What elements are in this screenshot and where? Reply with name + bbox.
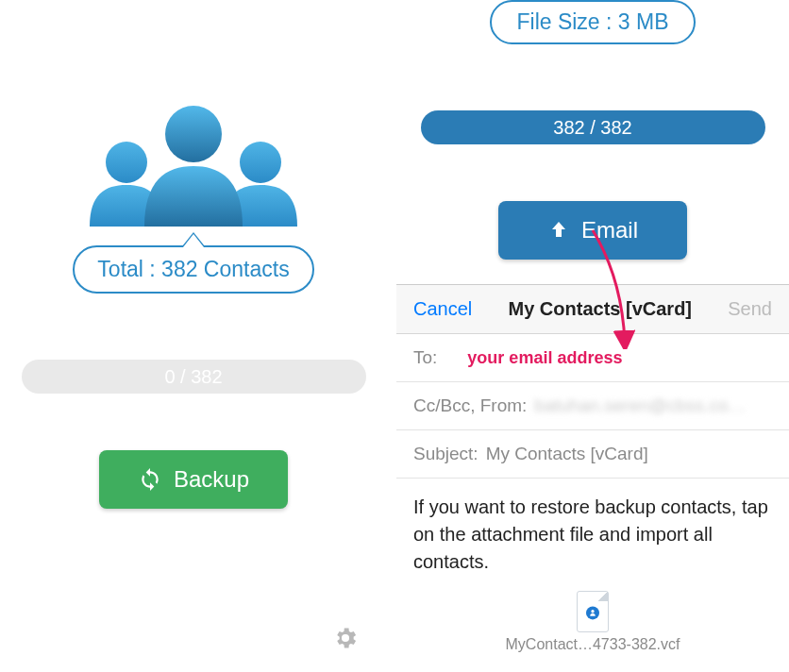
compose-sheet: Cancel My Contacts [vCard] Send To: your… <box>396 284 789 653</box>
ccbcc-label: Cc/Bcc, From: <box>413 395 527 416</box>
compose-header: Cancel My Contacts [vCard] Send <box>396 285 789 334</box>
backup-progress-text: 0 / 382 <box>164 366 222 387</box>
to-label: To: <box>413 347 437 368</box>
gear-icon <box>332 625 359 651</box>
settings-button[interactable] <box>332 625 359 655</box>
attachment-name: MyContact…4733-382.vcf <box>413 636 772 653</box>
subject-label: Subject: <box>413 444 478 464</box>
compose-body[interactable]: If you want to restore backup contacts, … <box>396 479 789 581</box>
send-button[interactable]: Send <box>728 298 772 320</box>
svg-point-2 <box>165 106 222 162</box>
svg-point-0 <box>106 142 147 183</box>
email-screen: File Size : 3 MB 382 / 382 Email Cancel … <box>396 0 789 672</box>
total-contacts-label: Total : 382 Contacts <box>73 245 313 294</box>
backup-progress-bar: 0 / 382 <box>22 360 366 394</box>
email-button-label: Email <box>581 217 638 244</box>
backup-screen: Total : 382 Contacts 0 / 382 Backup <box>0 0 387 672</box>
cancel-button[interactable]: Cancel <box>413 298 472 320</box>
ccbcc-field[interactable]: Cc/Bcc, From: batuhan.seren@cbss.co… <box>396 382 789 430</box>
refresh-icon <box>138 467 162 492</box>
subject-field[interactable]: Subject: My Contacts [vCard] <box>396 430 789 479</box>
total-contacts-badge: Total : 382 Contacts <box>0 245 387 294</box>
compose-title: My Contacts [vCard] <box>509 298 692 320</box>
export-progress-bar: 382 / 382 <box>421 110 765 144</box>
backup-button[interactable]: Backup <box>99 450 288 509</box>
upload-icon <box>547 219 570 242</box>
person-center-icon <box>143 100 244 227</box>
svg-point-1 <box>240 142 281 183</box>
subject-value: My Contacts [vCard] <box>486 444 648 464</box>
file-size-badge: File Size : 3 MB <box>490 0 695 44</box>
to-field[interactable]: To: your email address <box>396 334 789 382</box>
to-annotation: your email address <box>467 348 622 368</box>
contacts-group-icon <box>80 94 307 227</box>
ccbcc-value: batuhan.seren@cbss.co… <box>534 395 772 416</box>
email-button[interactable]: Email <box>498 201 687 260</box>
vcf-file-icon <box>577 591 609 632</box>
backup-button-label: Backup <box>174 466 249 493</box>
export-progress-text: 382 / 382 <box>553 117 631 138</box>
attachment[interactable]: MyContact…4733-382.vcf <box>396 581 789 653</box>
